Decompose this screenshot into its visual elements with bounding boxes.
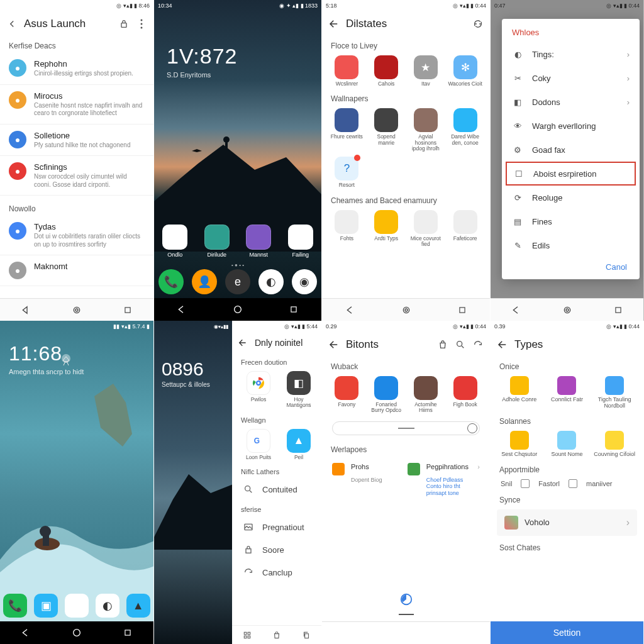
list-item[interactable]: ●TydasDot ui w cobilritlets raratin olil… bbox=[0, 216, 153, 255]
menu-item[interactable]: ◐Tings:› bbox=[502, 42, 640, 66]
dock-app[interactable]: ◉ bbox=[292, 269, 317, 294]
list-item[interactable]: ●RephohnCinirol-illessig ertirgs shost p… bbox=[0, 53, 153, 85]
dock-app[interactable]: ▲ bbox=[126, 594, 150, 618]
checkbox[interactable] bbox=[521, 479, 530, 488]
back-icon[interactable] bbox=[328, 339, 340, 350]
dock-app[interactable]: 📞 bbox=[3, 594, 27, 618]
refresh-icon[interactable] bbox=[472, 339, 484, 350]
checkbox[interactable] bbox=[569, 479, 577, 488]
search-icon[interactable] bbox=[455, 339, 466, 350]
nav-recent-icon[interactable] bbox=[613, 304, 624, 316]
menu-item[interactable]: Pregnatiout bbox=[232, 516, 321, 538]
app-shortcut[interactable]: Failing bbox=[284, 225, 318, 258]
tile[interactable]: Wcslinrer bbox=[329, 55, 364, 87]
tile[interactable]: Fonaried Burry Opdco bbox=[369, 376, 404, 414]
list-item[interactable]: ●Maknomt bbox=[0, 255, 153, 286]
grid-icon[interactable] bbox=[243, 631, 252, 640]
tile[interactable]: Connlict Fatr bbox=[545, 376, 589, 409]
lock-icon[interactable] bbox=[118, 18, 130, 30]
clock-widget[interactable]: 1V:872 S.D Enyritoms bbox=[167, 44, 238, 79]
nav-recent-icon[interactable] bbox=[122, 304, 133, 316]
nav-back-icon[interactable] bbox=[20, 627, 31, 638]
nav-home-icon[interactable] bbox=[71, 304, 82, 316]
nav-home-icon[interactable] bbox=[71, 627, 82, 638]
menu-item[interactable]: Canclup bbox=[232, 561, 321, 584]
dock-app[interactable]: ◐ bbox=[258, 269, 284, 294]
tile[interactable]: Agvial hosinons ipdog ihrolh bbox=[408, 108, 443, 152]
home-icon[interactable] bbox=[397, 590, 416, 609]
app-shortcut[interactable]: Mannst bbox=[242, 225, 275, 258]
tile[interactable]: ▲Peil bbox=[281, 429, 316, 460]
tile[interactable]: Dared Wibe den, conoe bbox=[448, 108, 483, 152]
menu-item[interactable]: ◧Dodons› bbox=[502, 90, 640, 114]
menu-item[interactable]: Contuited bbox=[232, 478, 321, 501]
app-shortcut[interactable]: Dirilude bbox=[200, 225, 234, 258]
nav-back-icon[interactable] bbox=[511, 304, 522, 316]
menu-item[interactable]: 👁Wargh everlloring bbox=[502, 114, 640, 138]
menu-item[interactable]: Soore bbox=[232, 538, 321, 561]
dock-app[interactable]: ▣ bbox=[34, 594, 58, 618]
account-row[interactable]: Voholo › bbox=[497, 509, 637, 536]
back-icon[interactable] bbox=[237, 337, 248, 348]
menu-icon[interactable] bbox=[6, 18, 18, 30]
nav-back-icon[interactable] bbox=[20, 304, 31, 316]
menu-item[interactable]: ⟳Reoluge bbox=[502, 186, 640, 209]
list-item[interactable]: ●MirocusCasenite hosnt nstce napfirt inv… bbox=[0, 85, 153, 125]
back-icon[interactable] bbox=[497, 339, 508, 350]
tile[interactable]: Actomihe Hiirns bbox=[408, 376, 443, 414]
nav-home-icon[interactable] bbox=[232, 304, 243, 315]
menu-item[interactable]: ⚙Goad fax bbox=[502, 138, 640, 162]
bag-icon[interactable] bbox=[272, 631, 281, 640]
tile[interactable]: Mice covurot fied bbox=[408, 210, 443, 248]
tile[interactable]: Fhure cewrits bbox=[329, 108, 364, 152]
menu-item[interactable]: ☐Aboist esrpiretion bbox=[506, 162, 636, 186]
tile[interactable]: Figh Book bbox=[448, 376, 483, 414]
tile[interactable]: Favony bbox=[329, 376, 364, 414]
cart-icon[interactable] bbox=[437, 339, 448, 350]
tile[interactable]: Sount Nome bbox=[545, 431, 589, 458]
copy-icon[interactable] bbox=[302, 631, 311, 640]
app-shortcut[interactable]: Ondlo bbox=[158, 225, 192, 258]
tile[interactable]: Couvning Cifoiol bbox=[592, 431, 636, 458]
tile[interactable]: Pwilos bbox=[241, 371, 276, 409]
nav-recent-icon[interactable] bbox=[288, 304, 299, 315]
dock-app[interactable]: 👤 bbox=[192, 269, 217, 294]
tile[interactable]: Cahois bbox=[369, 55, 404, 87]
tile[interactable]: ★Itav bbox=[408, 55, 443, 87]
list-item[interactable]: ●SolletionePfy satund hilke tte not chag… bbox=[0, 125, 153, 157]
nav-back-icon[interactable] bbox=[345, 304, 356, 316]
nav-recent-icon[interactable] bbox=[122, 627, 133, 638]
tile[interactable]: Fafeticore bbox=[448, 210, 483, 248]
tile[interactable]: Tigch Tauling Nordboll bbox=[592, 376, 636, 409]
nav-recent-icon[interactable] bbox=[457, 304, 468, 316]
back-icon[interactable] bbox=[328, 18, 340, 30]
dock-app[interactable]: ◐ bbox=[96, 594, 119, 618]
dock-app[interactable]: e bbox=[225, 269, 250, 294]
tile[interactable]: ◧Hoy Mantigons bbox=[281, 371, 316, 409]
tile[interactable]: Sest Chqsutor bbox=[497, 431, 541, 458]
app-icon: ● bbox=[9, 162, 26, 180]
list-item[interactable]: ProhsDopent Biog PegpihrationsChoef Pdle… bbox=[332, 459, 480, 501]
tile[interactable]: ✻Wacories Cioit bbox=[448, 55, 483, 87]
tile[interactable]: Ardti Typs bbox=[369, 210, 404, 248]
dock-app[interactable]: 📞 bbox=[158, 269, 184, 294]
nav-home-icon[interactable] bbox=[401, 304, 412, 316]
tile[interactable]: ? Resort bbox=[329, 157, 364, 188]
primary-button[interactable]: Settion bbox=[491, 621, 643, 644]
tile[interactable]: Adhole Conre bbox=[497, 376, 541, 409]
tile[interactable]: Fohts bbox=[329, 210, 364, 248]
tile[interactable]: GLoon Puits bbox=[241, 429, 276, 460]
menu-item[interactable]: ✎Edils bbox=[502, 233, 640, 257]
list-item[interactable]: ●ScfiningsNsw corocdcel osily cimuntel w… bbox=[0, 156, 153, 196]
dock-app[interactable]: ⋮⋮⋮ bbox=[65, 594, 89, 618]
menu-item[interactable]: ▤Fines bbox=[502, 209, 640, 233]
slider[interactable] bbox=[332, 421, 480, 435]
clock-widget[interactable]: 11:68 Amegn thta sncrp to hidt bbox=[9, 342, 84, 375]
overflow-icon[interactable] bbox=[136, 18, 147, 30]
nav-back-icon[interactable] bbox=[176, 304, 187, 315]
menu-item[interactable]: ✂Coky› bbox=[502, 66, 640, 90]
tile[interactable]: Sopend manrie bbox=[369, 108, 404, 152]
refresh-icon[interactable] bbox=[472, 18, 484, 30]
nav-home-icon[interactable] bbox=[562, 304, 573, 316]
cancel-button[interactable]: Canol bbox=[502, 257, 640, 273]
